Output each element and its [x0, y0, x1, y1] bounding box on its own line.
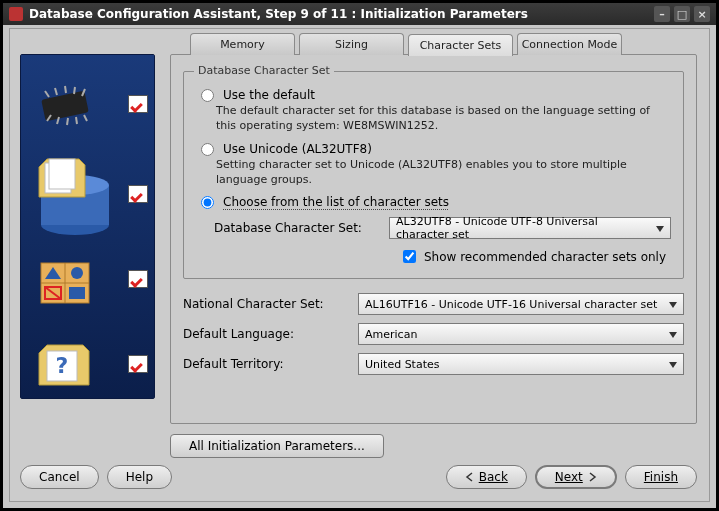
tab-sizing[interactable]: Sizing — [299, 33, 404, 55]
chevron-left-icon — [465, 472, 475, 482]
main-content: Memory Sizing Character Sets Connection … — [170, 33, 697, 445]
chevron-right-icon — [587, 472, 597, 482]
step-check-icon — [128, 185, 148, 203]
svg-point-21 — [71, 267, 83, 279]
all-init-params-button[interactable]: All Initialization Parameters... — [170, 434, 384, 458]
svg-line-9 — [67, 118, 68, 125]
svg-line-4 — [65, 86, 66, 93]
next-button[interactable]: Next — [535, 465, 617, 489]
fieldset-legend: Database Character Set — [194, 64, 334, 77]
help-button[interactable]: Help — [107, 465, 172, 489]
radio-use-unicode[interactable] — [201, 143, 214, 156]
titlebar: Database Configuration Assistant, Step 9… — [3, 3, 716, 25]
back-button[interactable]: Back — [446, 465, 527, 489]
finish-button[interactable]: Finish — [625, 465, 697, 489]
national-charset-label: National Character Set: — [183, 297, 348, 311]
show-recommended-checkbox[interactable] — [403, 250, 416, 263]
national-charset-select[interactable]: AL16UTF16 - Unicode UTF-16 Universal cha… — [358, 293, 684, 315]
svg-text:?: ? — [56, 353, 69, 378]
show-recommended-label: Show recommended character sets only — [424, 250, 666, 264]
option-use-unicode[interactable]: Use Unicode (AL32UTF8) — [196, 142, 671, 156]
row-default-territory: Default Territory: United States — [183, 353, 684, 375]
option-choose-list[interactable]: Choose from the list of character sets — [196, 195, 671, 209]
maximize-icon[interactable]: □ — [674, 6, 690, 22]
step-check-icon — [128, 355, 148, 373]
default-language-select[interactable]: American — [358, 323, 684, 345]
radio-use-default[interactable] — [201, 89, 214, 102]
tab-memory[interactable]: Memory — [190, 33, 295, 55]
wizard-sidebar: ? — [20, 54, 155, 399]
db-charset-select[interactable]: AL32UTF8 - Unicode UTF-8 Universal chara… — [389, 217, 671, 239]
step-check-icon — [128, 270, 148, 288]
option-use-default[interactable]: Use the default — [196, 88, 671, 102]
row-national-charset: National Character Set: AL16UTF16 - Unic… — [183, 293, 684, 315]
option-label: Choose from the list of character sets — [223, 195, 449, 209]
option-label: Use Unicode (AL32UTF8) — [223, 142, 372, 156]
step-check-icon — [128, 95, 148, 113]
default-territory-label: Default Territory: — [183, 357, 348, 371]
tab-connection-mode[interactable]: Connection Mode — [517, 33, 622, 55]
svg-rect-16 — [49, 159, 75, 189]
option-desc: The default character set for this datab… — [216, 104, 671, 134]
option-label: Use the default — [223, 88, 315, 102]
default-territory-select[interactable]: United States — [358, 353, 684, 375]
default-language-label: Default Language: — [183, 327, 348, 341]
charset-panel: Database Character Set Use the default T… — [170, 54, 697, 424]
window-frame: Database Configuration Assistant, Step 9… — [0, 0, 719, 511]
cancel-button[interactable]: Cancel — [20, 465, 99, 489]
radio-choose-list[interactable] — [201, 196, 214, 209]
minimize-icon[interactable]: – — [654, 6, 670, 22]
db-charset-fieldset: Database Character Set Use the default T… — [183, 71, 684, 279]
option-desc: Setting character set to Unicode (AL32UT… — [216, 158, 671, 188]
close-icon[interactable]: × — [694, 6, 710, 22]
window-title: Database Configuration Assistant, Step 9… — [29, 7, 528, 21]
row-db-charset: Database Character Set: AL32UTF8 - Unico… — [214, 217, 671, 239]
svg-line-10 — [76, 117, 77, 124]
row-show-recommended: Show recommended character sets only — [399, 247, 671, 266]
row-default-language: Default Language: American — [183, 323, 684, 345]
svg-line-5 — [74, 87, 75, 94]
svg-rect-22 — [69, 287, 85, 299]
button-bar: Cancel Help Back Next Finish — [20, 465, 697, 489]
db-charset-label: Database Character Set: — [214, 221, 379, 235]
tab-character-sets[interactable]: Character Sets — [408, 34, 513, 56]
app-icon — [9, 7, 23, 21]
client-area: ? Memory Sizing Character Sets Connectio… — [9, 28, 710, 502]
tab-bar: Memory Sizing Character Sets Connection … — [190, 33, 697, 55]
